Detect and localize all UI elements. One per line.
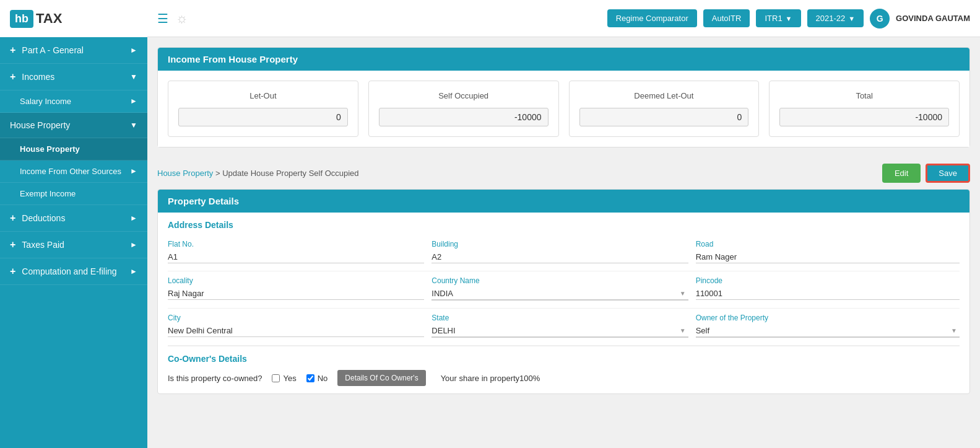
- sidebar-item-house-property-child[interactable]: House Property: [0, 138, 147, 160]
- income-summary-header: Income From House Property: [158, 48, 969, 71]
- letout-label: Let-Out: [178, 91, 348, 100]
- total-label: Total: [779, 91, 949, 100]
- city-field: City: [168, 309, 431, 346]
- building-input[interactable]: [431, 251, 688, 263]
- locality-input[interactable]: [168, 288, 424, 300]
- save-button[interactable]: Save: [926, 164, 970, 183]
- sidebar-item-part-a[interactable]: + Part A - General ►: [0, 37, 147, 64]
- locality-label: Locality: [168, 276, 424, 285]
- address-details-title: Address Details: [158, 213, 969, 235]
- sidebar-item-deductions[interactable]: + Deductions ►: [0, 205, 147, 232]
- user-name: GOVINDA GAUTAM: [896, 14, 970, 23]
- summary-card-deemed: Deemed Let-Out: [569, 81, 760, 137]
- country-field: Country Name INDIA: [431, 271, 695, 309]
- hamburger-icon[interactable]: ☰: [157, 11, 168, 26]
- chevron-right-icon: ►: [130, 167, 137, 175]
- no-checkbox-label[interactable]: No: [306, 374, 328, 383]
- plus-icon: +: [10, 71, 15, 82]
- deemed-input[interactable]: [579, 108, 749, 126]
- auto-itr-button[interactable]: AutoITR: [703, 9, 750, 27]
- sidebar-label-deductions: Deductions: [22, 213, 65, 223]
- owner-field: Owner of the Property Self: [696, 309, 960, 346]
- chevron-down-icon: ▼: [130, 121, 137, 130]
- road-input[interactable]: [696, 251, 960, 263]
- logo-tax: TAX: [36, 11, 62, 27]
- plus-icon: +: [10, 239, 15, 250]
- chevron-right-icon: ►: [130, 46, 137, 55]
- sidebar-item-incomes[interactable]: + Incomes ▼: [0, 64, 147, 90]
- sidebar-label-computation: Computation and E-filing: [22, 266, 116, 276]
- action-buttons: Edit Save: [882, 164, 970, 183]
- user-avatar: G: [870, 9, 890, 29]
- chevron-right-icon: ►: [130, 267, 137, 276]
- owner-label: Owner of the Property: [696, 314, 960, 322]
- breadcrumb: House Property > Update House Property S…: [157, 169, 359, 178]
- sidebar-item-taxes-paid[interactable]: + Taxes Paid ►: [0, 232, 147, 258]
- coowner-title: Co-Owner's Details: [168, 354, 960, 364]
- total-input[interactable]: [779, 108, 949, 126]
- sidebar: hb TAX + Part A - General ► + Incomes ▼ …: [0, 0, 147, 448]
- address-form-grid: Flat No. Building Road Locality Co: [158, 235, 969, 346]
- summary-card-letout: Let-Out: [168, 81, 358, 137]
- sidebar-item-exempt-income[interactable]: Exempt Income: [0, 183, 147, 205]
- sidebar-item-salary-income[interactable]: Salary Income ►: [0, 90, 147, 113]
- regime-comparator-button[interactable]: Regime Comparator: [607, 9, 697, 27]
- coowner-section: Co-Owner's Details Is this property co-o…: [158, 346, 969, 393]
- chevron-right-icon: ►: [130, 240, 137, 249]
- pincode-label: Pincode: [696, 276, 960, 285]
- country-label: Country Name: [431, 276, 688, 285]
- road-label: Road: [696, 240, 960, 248]
- chevron-right-icon: ►: [130, 97, 137, 105]
- itr-dropdown-button[interactable]: ITR1 ▼: [756, 9, 800, 27]
- year-dropdown-button[interactable]: 2021-22 ▼: [807, 9, 864, 27]
- income-summary-box: Income From House Property Let-Out Self …: [157, 47, 970, 147]
- yes-checkbox-label[interactable]: Yes: [272, 374, 296, 383]
- sidebar-item-income-other-sources[interactable]: Income From Other Sources ►: [0, 160, 147, 183]
- owner-select[interactable]: Self: [696, 325, 960, 337]
- state-select[interactable]: DELHI: [431, 325, 688, 337]
- building-label: Building: [431, 240, 688, 248]
- city-label: City: [168, 314, 424, 322]
- property-details-header: Property Details: [158, 190, 969, 213]
- dropdown-arrow-icon: ▼: [786, 15, 792, 22]
- letout-input[interactable]: [178, 108, 348, 126]
- chevron-down-icon: ▼: [130, 72, 137, 81]
- plus-icon: +: [10, 213, 15, 224]
- sidebar-label-house-property: House Property: [10, 120, 70, 130]
- breadcrumb-link[interactable]: House Property: [157, 169, 213, 178]
- chevron-right-icon: ►: [130, 214, 137, 222]
- summary-cards: Let-Out Self Occupied Deemed Let-Out Tot…: [158, 71, 969, 147]
- edit-button[interactable]: Edit: [882, 164, 921, 183]
- breadcrumb-separator: >: [215, 169, 222, 178]
- actions-row: House Property > Update House Property S…: [157, 157, 970, 189]
- details-coowner-button[interactable]: Details Of Co Owner's: [337, 370, 425, 386]
- regime-icon: ☼: [176, 11, 188, 27]
- pincode-input[interactable]: [696, 288, 960, 300]
- summary-card-self-occupied: Self Occupied: [368, 81, 559, 137]
- dropdown-arrow-icon: ▼: [848, 15, 855, 22]
- navbar: ☰ ☼ Regime Comparator AutoITR ITR1 ▼ 202…: [147, 0, 980, 37]
- self-occupied-label: Self Occupied: [379, 91, 549, 100]
- yes-checkbox[interactable]: [272, 374, 280, 382]
- sidebar-label-taxes-paid: Taxes Paid: [22, 240, 64, 250]
- city-input[interactable]: [168, 325, 424, 337]
- sidebar-item-house-property[interactable]: House Property ▼: [0, 113, 147, 138]
- flat-no-input[interactable]: [168, 251, 424, 263]
- coowner-question: Is this property co-owned?: [168, 374, 262, 383]
- main-content: ☰ ☼ Regime Comparator AutoITR ITR1 ▼ 202…: [147, 0, 980, 448]
- state-label: State: [431, 314, 688, 322]
- sidebar-label-part-a: Part A - General: [22, 45, 84, 55]
- page-content: Income From House Property Let-Out Self …: [147, 37, 980, 448]
- no-checkbox[interactable]: [306, 374, 314, 382]
- road-field: Road: [696, 235, 960, 271]
- country-select[interactable]: INDIA: [431, 288, 688, 300]
- logo: hb TAX: [0, 0, 147, 37]
- breadcrumb-current: Update House Property Self Occupied: [222, 169, 358, 178]
- self-occupied-input[interactable]: [379, 108, 549, 126]
- plus-icon: +: [10, 45, 15, 56]
- logo-hb: hb: [10, 10, 33, 28]
- property-details-section: Property Details Address Details Flat No…: [157, 189, 970, 394]
- summary-card-total: Total: [769, 81, 960, 137]
- sidebar-item-computation[interactable]: + Computation and E-filing ►: [0, 258, 147, 285]
- state-field: State DELHI: [431, 309, 695, 346]
